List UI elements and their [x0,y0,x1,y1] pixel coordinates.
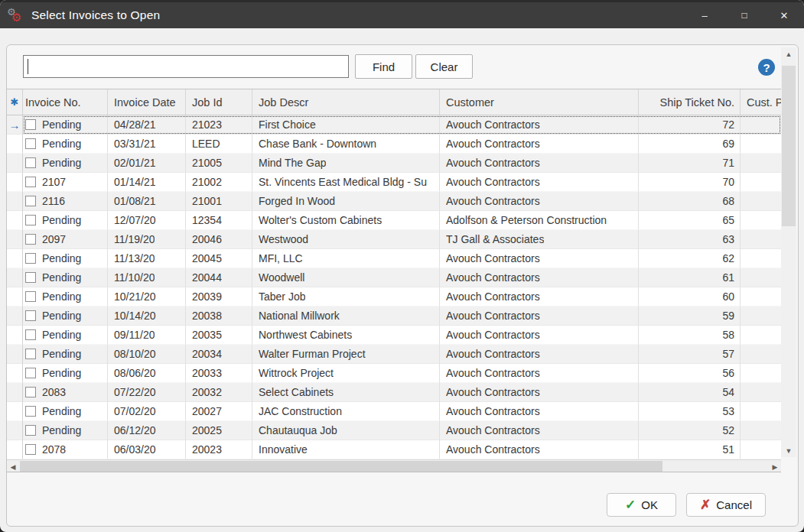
invoice-no-cell[interactable]: Pending [23,154,108,173]
job-descr-cell[interactable]: Westwood [252,230,440,249]
column-header-invoice-no[interactable]: Invoice No. [23,89,108,115]
row-checkbox[interactable] [25,368,36,378]
customer-cell[interactable]: Avouch Contractors [440,115,639,135]
horizontal-scrollbar[interactable]: ◀ ▶ [7,459,781,472]
invoice-date-cell[interactable]: 03/31/21 [108,135,186,154]
invoice-date-cell[interactable]: 10/14/20 [108,307,186,326]
customer-cell[interactable]: Avouch Contractors [440,249,639,268]
invoice-no-cell[interactable]: Pending [23,364,108,383]
customer-cell[interactable]: Avouch Contractors [440,135,639,154]
table-row[interactable]: 2107 01/14/21 21002 St. Vincents East Me… [7,173,781,192]
search-input[interactable] [23,55,349,78]
invoice-date-cell[interactable]: 07/02/20 [108,402,186,421]
row-checkbox[interactable] [25,329,36,340]
table-row[interactable]: → Pending 04/28/21 21023 First Choice Av… [7,115,781,135]
table-row[interactable]: Pending 08/06/20 20033 Wittrock Project … [7,364,781,383]
job-descr-cell[interactable]: Chautauqua Job [252,421,440,440]
cust-po-cell[interactable] [741,402,781,421]
job-id-cell[interactable]: 20045 [186,249,252,268]
ship-ticket-no-cell[interactable]: 56 [639,364,741,383]
job-descr-cell[interactable]: Northwest Cabinets [252,326,440,345]
ship-ticket-no-cell[interactable]: 61 [639,268,741,287]
cust-po-cell[interactable] [741,249,781,268]
table-row[interactable]: 2116 01/08/21 21001 Forged In Wood Avouc… [7,192,781,211]
invoice-date-cell[interactable]: 02/01/21 [108,154,186,173]
invoice-no-cell[interactable]: 2116 [23,192,108,211]
row-selector-cell[interactable] [7,307,23,326]
table-row[interactable]: 2078 06/03/20 20023 Innovative Avouch Co… [7,440,781,459]
customer-cell[interactable]: Avouch Contractors [440,402,639,421]
customer-cell[interactable]: Avouch Contractors [440,173,639,192]
table-row[interactable]: Pending 11/10/20 20044 Woodwell Avouch C… [7,268,781,287]
cancel-button[interactable]: ✗ Cancel [686,493,766,517]
invoice-no-cell[interactable]: 2097 [23,230,108,249]
job-id-cell[interactable]: 20025 [186,421,252,440]
invoice-no-cell[interactable]: Pending [23,249,108,268]
table-row[interactable]: Pending 11/13/20 20045 MFI, LLC Avouch C… [7,249,781,268]
cust-po-cell[interactable] [741,135,781,154]
row-selector-cell[interactable] [7,154,23,173]
scroll-up-icon[interactable]: ▲ [781,47,796,60]
table-row[interactable]: Pending 02/01/21 21005 Mind The Gap Avou… [7,154,781,173]
cust-po-cell[interactable] [741,383,781,402]
row-checkbox[interactable] [25,177,36,187]
cust-po-cell[interactable] [741,192,781,211]
cust-po-cell[interactable] [741,173,781,192]
row-selector-cell[interactable] [7,402,23,421]
customer-cell[interactable]: TJ Gall & Associates [440,230,639,249]
job-id-cell[interactable]: 20032 [186,383,252,402]
job-id-cell[interactable]: 21023 [186,115,252,135]
minimize-button[interactable]: – [685,2,724,28]
row-selector-cell[interactable] [7,440,23,459]
job-descr-cell[interactable]: St. Vincents East Medical Bldg - Su [252,173,440,192]
ship-ticket-no-cell[interactable]: 53 [639,402,741,421]
job-id-cell[interactable]: 21002 [186,173,252,192]
row-checkbox[interactable] [25,215,36,225]
customer-cell[interactable]: Avouch Contractors [440,421,639,440]
row-checkbox[interactable] [25,310,36,321]
invoice-no-cell[interactable]: Pending [23,326,108,345]
job-id-cell[interactable]: LEED [186,135,252,154]
table-row[interactable]: 2083 07/22/20 20032 Select Cabinets Avou… [7,383,781,402]
invoice-date-cell[interactable]: 10/21/20 [108,287,186,307]
invoice-date-cell[interactable]: 06/12/20 [108,421,186,440]
job-id-cell[interactable]: 20034 [186,345,252,364]
customer-cell[interactable]: Avouch Contractors [440,154,639,173]
vertical-scrollbar[interactable]: ▲ ▼ [781,47,796,457]
job-descr-cell[interactable]: Wittrock Project [252,364,440,383]
invoice-no-cell[interactable]: Pending [23,287,108,307]
job-descr-cell[interactable]: Innovative [252,440,440,459]
invoice-no-cell[interactable]: Pending [23,115,108,135]
job-id-cell[interactable]: 12354 [186,211,252,230]
job-descr-cell[interactable]: JAC Construction [252,402,440,421]
job-descr-cell[interactable]: Walter Furman Project [252,345,440,364]
cust-po-cell[interactable] [741,287,781,307]
job-descr-cell[interactable]: Chase Bank - Downtown [252,135,440,154]
job-id-cell[interactable]: 20023 [186,440,252,459]
header-asterisk-icon[interactable]: ✱ [7,89,23,115]
job-id-cell[interactable]: 20027 [186,402,252,421]
invoice-no-cell[interactable]: Pending [23,135,108,154]
row-checkbox[interactable] [25,425,36,436]
ship-ticket-no-cell[interactable]: 58 [639,326,741,345]
row-selector-cell[interactable] [7,383,23,402]
row-checkbox[interactable] [25,119,36,130]
row-checkbox[interactable] [25,272,36,283]
invoice-date-cell[interactable]: 08/10/20 [108,345,186,364]
job-id-cell[interactable]: 20046 [186,230,252,249]
table-row[interactable]: Pending 03/31/21 LEED Chase Bank - Downt… [7,135,781,154]
table-row[interactable]: Pending 10/14/20 20038 National Millwork… [7,307,781,326]
ship-ticket-no-cell[interactable]: 72 [639,115,741,135]
column-header-job-id[interactable]: Job Id [186,89,252,115]
table-row[interactable]: Pending 08/10/20 20034 Walter Furman Pro… [7,345,781,364]
job-descr-cell[interactable]: MFI, LLC [252,249,440,268]
scroll-down-icon[interactable]: ▼ [781,444,796,457]
invoice-date-cell[interactable]: 07/22/20 [108,383,186,402]
row-selector-cell[interactable] [7,249,23,268]
job-descr-cell[interactable]: Taber Job [252,287,440,307]
cust-po-cell[interactable] [741,364,781,383]
column-header-cust-po[interactable]: Cust. P [741,89,781,115]
row-checkbox[interactable] [25,157,36,168]
invoice-no-cell[interactable]: 2083 [23,383,108,402]
ok-button[interactable]: ✓ OK [607,493,676,517]
